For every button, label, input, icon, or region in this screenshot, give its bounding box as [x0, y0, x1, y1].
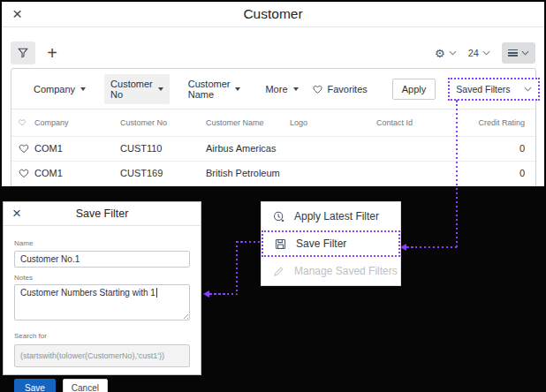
menu-item-label: Save Filter [296, 237, 346, 250]
filter-chip-label: Company [34, 84, 75, 94]
cancel-button[interactable]: Cancel [63, 379, 108, 392]
filter-chip-customer-no[interactable]: Customer No [104, 74, 170, 104]
table-row[interactable]: COM1 CUST169 British Petroleum 0 [11, 161, 535, 185]
history-icon [272, 210, 285, 223]
column-header-logo[interactable]: Logo [290, 109, 376, 136]
annotation-arrowhead-dialog [203, 290, 209, 298]
cell-contact-id [376, 136, 463, 161]
saved-filters-dropdown[interactable]: Saved Filters [448, 78, 540, 101]
annotation-line-to-menu [406, 246, 457, 248]
search-for-input [14, 344, 190, 367]
cell-customer-no: CUST169 [120, 161, 206, 185]
favorite-heart-icon[interactable] [18, 143, 30, 154]
name-input[interactable] [14, 251, 190, 268]
title-bar: × Customer [2, 2, 544, 27]
cell-customer-name: Airbus Americas [206, 136, 290, 161]
save-icon [274, 237, 287, 251]
filter-chip-label: Customer Name [188, 79, 231, 100]
cell-credit-rating: 0 [463, 161, 535, 185]
page-size-control[interactable]: 24 [468, 48, 490, 58]
dropdown-caret-icon [235, 87, 240, 91]
add-filter-button[interactable]: + [41, 41, 64, 64]
table-row[interactable]: COM1 CUST110 Airbus Americas 0 [11, 136, 535, 161]
dropdown-caret-icon [158, 87, 163, 91]
heart-icon [312, 84, 323, 94]
cell-contact-id [376, 161, 463, 185]
column-header-company[interactable]: Company [34, 109, 120, 136]
cell-company: COM1 [34, 161, 120, 185]
filter-chip-more[interactable]: More [259, 79, 304, 99]
filter-chip-company[interactable]: Company [27, 79, 92, 99]
column-header-contact-id[interactable]: Contact Id [376, 109, 463, 136]
cell-logo [290, 161, 376, 185]
resize-grip-icon[interactable] [181, 312, 188, 319]
favorites-label: Favorites [328, 84, 368, 94]
funnel-icon [17, 47, 29, 59]
annotation-line-to-dialog [209, 293, 237, 295]
gear-icon: ⚙ [435, 48, 445, 59]
saved-filters-context-menu: Apply Latest Filter Save Filter Manage S… [261, 201, 401, 286]
chevron-down-icon [449, 50, 457, 56]
page-title: Customer [2, 6, 544, 22]
notes-text: Customer Numbers Starting with 1 [20, 288, 155, 298]
cell-customer-name: British Petroleum [206, 161, 290, 185]
customer-table: Company Customer No Customer Name Logo C… [11, 109, 535, 185]
annotation-line-from-menu [236, 241, 262, 243]
list-toolbar: + ⚙ 24 [11, 40, 535, 66]
chevron-down-icon [524, 87, 532, 92]
saved-filters-label: Saved Filters [456, 84, 510, 94]
menu-item-manage-saved-filters: Manage Saved Filters [262, 258, 400, 284]
name-label: Name [14, 239, 190, 247]
save-button[interactable]: Save [14, 379, 56, 392]
dropdown-caret-icon [293, 87, 299, 91]
menu-item-apply-latest-filter[interactable]: Apply Latest Filter [262, 203, 400, 230]
notes-field[interactable]: Customer Numbers Starting with 1 [14, 284, 190, 320]
filter-table-panel: Company Customer No Customer Name More F… [11, 68, 536, 186]
text-caret [156, 288, 157, 298]
cell-company: COM1 [34, 136, 120, 161]
column-header-customer-name[interactable]: Customer Name [206, 109, 290, 136]
heart-icon [18, 118, 27, 126]
search-for-label: Search for [14, 332, 190, 340]
chevron-down-icon [482, 50, 490, 56]
apply-button[interactable]: Apply [392, 79, 436, 100]
dialog-body: Name Notes Customer Numbers Starting wit… [4, 226, 201, 392]
cell-credit-rating: 0 [463, 136, 535, 161]
column-header-customer-no[interactable]: Customer No [120, 109, 206, 136]
annotation-line-menu-vertical [236, 241, 238, 295]
filter-bar: Company Customer No Customer Name More F… [11, 69, 535, 109]
dialog-title: Save Filter [4, 207, 201, 220]
table-header-row: Company Customer No Customer Name Logo C… [11, 109, 535, 136]
notes-label: Notes [14, 274, 190, 282]
customer-window: × Customer + ⚙ 24 Company [2, 2, 544, 186]
settings-control[interactable]: ⚙ [435, 48, 457, 59]
favorite-heart-icon[interactable] [18, 168, 30, 178]
dialog-actions: Save Cancel [14, 379, 190, 392]
pencil-icon [272, 265, 285, 278]
save-filter-dialog: × Save Filter Name Notes Customer Number… [3, 201, 201, 375]
menu-item-label: Apply Latest Filter [294, 210, 379, 222]
list-view-icon [508, 49, 518, 57]
chevron-down-icon [521, 50, 529, 56]
saved-filters-group: Saved Filters ⋮ [448, 78, 544, 101]
filter-chip-label: Customer No [110, 79, 153, 100]
cell-customer-no: CUST110 [120, 136, 206, 161]
dropdown-caret-icon [80, 87, 86, 91]
filter-toggle-button[interactable] [11, 41, 35, 64]
filter-chip-label: More [265, 84, 287, 94]
toolbar-right: ⚙ 24 [435, 42, 535, 64]
filter-chip-customer-name[interactable]: Customer Name [182, 74, 247, 104]
favorites-toggle[interactable]: Favorites [312, 84, 368, 94]
cell-logo [290, 136, 376, 161]
column-header-credit-rating[interactable]: Credit Rating [463, 109, 535, 136]
page-size-value: 24 [468, 48, 479, 58]
dialog-header: × Save Filter [4, 202, 201, 226]
menu-item-save-filter[interactable]: Save Filter [262, 230, 400, 257]
annotation-arrowhead-menu [400, 244, 406, 251]
menu-item-label: Manage Saved Filters [294, 265, 398, 277]
view-mode-control[interactable] [502, 42, 535, 64]
